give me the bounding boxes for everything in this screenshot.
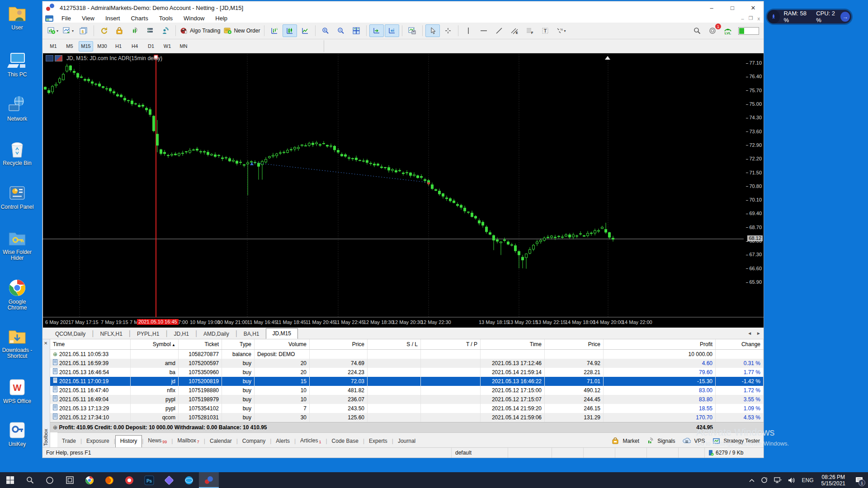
- history-row-jd-1075200819[interactable]: 2021.05.11 17:00:19jd1075200819buy1572.0…: [50, 377, 764, 386]
- column-header-profit[interactable]: Profit: [604, 339, 716, 349]
- desktop-icon-google-chrome[interactable]: Google Chrome: [0, 278, 34, 311]
- column-header-s-l[interactable]: S / L: [368, 339, 421, 349]
- chart-tab-ba-h1[interactable]: BA,H1: [237, 329, 266, 339]
- menu-tools[interactable]: Tools: [154, 14, 178, 23]
- timeframe-m1[interactable]: M1: [46, 41, 61, 52]
- boost-arrow-icon[interactable]: →: [840, 12, 850, 22]
- menu-insert[interactable]: Insert: [100, 14, 126, 23]
- vertical-line-button[interactable]: [461, 24, 476, 37]
- column-header-ticket[interactable]: Ticket: [179, 339, 222, 349]
- hidden-icons-chevron[interactable]: [749, 479, 755, 482]
- column-header-volume[interactable]: Volume: [255, 339, 310, 349]
- column-header-time[interactable]: Time: [481, 339, 545, 349]
- network-tray-icon[interactable]: [774, 477, 782, 483]
- bottom-tab-history[interactable]: History: [115, 435, 142, 448]
- maximize-button[interactable]: □: [722, 1, 743, 14]
- terminal-button[interactable]: [143, 24, 157, 37]
- taskbar-clock[interactable]: 08:26 PM 5/15/2021: [821, 474, 845, 487]
- arrows-button[interactable]: %▾: [553, 24, 568, 37]
- history-row-pypl-1075198979[interactable]: 2021.05.11 16:49:04pypl1075198979buy1023…: [50, 395, 764, 404]
- line-chart-button[interactable]: [298, 24, 312, 37]
- toolbox-close-icon[interactable]: ✕: [44, 341, 47, 346]
- fibonacci-button[interactable]: F: [523, 24, 537, 37]
- desktop-icon-downloads-shortcut[interactable]: Downloads - Shortcut: [0, 326, 34, 359]
- column-header-type[interactable]: Type: [222, 339, 255, 349]
- timeframe-m30[interactable]: M30: [95, 41, 109, 52]
- bottom-tab-mailbox[interactable]: Mailbox7: [173, 435, 203, 446]
- new-chart-button[interactable]: ▾: [46, 24, 60, 37]
- onedrive-ring-icon[interactable]: [761, 477, 768, 483]
- taskbar-app-mt5[interactable]: [199, 472, 219, 488]
- tabs-scroll-right-icon[interactable]: ►: [756, 331, 761, 336]
- history-table-header[interactable]: TimeSymbol ▲TicketTypeVolumePriceS / LT …: [50, 339, 764, 350]
- text-label-button[interactable]: T: [538, 24, 552, 37]
- chart-tab-pypl-h1[interactable]: PYPL,H1: [131, 329, 165, 339]
- notifications-icon[interactable]: 1: [705, 24, 720, 37]
- bottom-tab-experts[interactable]: Experts: [364, 436, 392, 446]
- cortana-icon[interactable]: [40, 472, 60, 488]
- bottom-tab-news[interactable]: News99: [143, 435, 171, 446]
- zoom-in-button[interactable]: [318, 24, 333, 37]
- cursor-button[interactable]: [425, 24, 440, 37]
- taskbar-app-photoshop[interactable]: Ps: [139, 472, 159, 488]
- refresh-button[interactable]: [97, 24, 111, 37]
- chart-tab-nflx-h1[interactable]: NFLX,H1: [94, 329, 129, 339]
- task-view-icon[interactable]: [60, 472, 80, 488]
- profiles-button[interactable]: ▾: [61, 24, 75, 37]
- desktop-icon-recycle-bin[interactable]: Recycle Bin: [0, 139, 34, 166]
- chart-tab-jd-h1[interactable]: JD,H1: [168, 329, 195, 339]
- chart-tab-amd-daily[interactable]: AMD,Daily: [197, 329, 236, 339]
- menu-file[interactable]: File: [56, 14, 76, 23]
- chart-tab-qcom-daily[interactable]: QCOM,Daily: [49, 329, 92, 339]
- bottom-tab-company[interactable]: Company: [238, 436, 270, 446]
- taskbar-app-firefox[interactable]: [99, 472, 119, 488]
- tabs-scroll-left-icon[interactable]: ◄: [747, 331, 752, 336]
- child-window-controls[interactable]: – ❐ x: [737, 15, 760, 21]
- timeframe-h4[interactable]: H4: [127, 41, 142, 52]
- bottom-tab-exposure[interactable]: Exposure: [82, 436, 114, 446]
- vps-button[interactable]: VPS: [683, 438, 705, 444]
- column-header-change[interactable]: Change: [716, 339, 764, 349]
- column-header-time[interactable]: Time: [50, 339, 131, 349]
- bottom-tab-journal[interactable]: Journal: [393, 436, 420, 446]
- history-row-pypl-1075354102[interactable]: 2021.05.13 17:13:29pypl1075354102buy7243…: [50, 404, 764, 413]
- quotes-button[interactable]: [127, 24, 142, 37]
- history-row-ba-1075350960[interactable]: 2021.05.13 16:46:54ba1075350960buy20224.…: [50, 368, 764, 377]
- close-button[interactable]: ✕: [743, 1, 764, 14]
- taskbar-app-blue-browser[interactable]: [179, 472, 199, 488]
- desktop-icon-this-pc[interactable]: This PC: [0, 51, 34, 78]
- column-header-price[interactable]: Price: [545, 339, 604, 349]
- equidistant-channel-button[interactable]: E: [507, 24, 522, 37]
- bottom-tab-trade[interactable]: Trade: [57, 436, 80, 446]
- templates-button[interactable]: [405, 24, 420, 37]
- data-window-button[interactable]: $: [76, 24, 91, 37]
- new-order-button[interactable]: New Order: [222, 24, 261, 37]
- history-row-amd-1075200597[interactable]: 2021.05.11 16:59:39amd1075200597buy2074.…: [50, 359, 764, 368]
- crosshair-button[interactable]: [441, 24, 455, 37]
- column-header-price[interactable]: Price: [310, 339, 368, 349]
- taskbar-app-red-app[interactable]: [119, 472, 139, 488]
- market-watch-button[interactable]: [112, 24, 127, 37]
- bottom-tab-calendar[interactable]: Calendar: [205, 436, 236, 446]
- taskbar-search-icon[interactable]: [20, 472, 40, 488]
- chart-shift-button[interactable]: [385, 24, 399, 37]
- bottom-tab-code-base[interactable]: Code Base: [327, 436, 363, 446]
- desktop-icon-control-panel[interactable]: Control Panel: [0, 183, 34, 210]
- column-header-symbol[interactable]: Symbol ▲: [131, 339, 179, 349]
- algo-trading-button[interactable]: Algo Trading: [179, 24, 222, 37]
- desktop-icon-network[interactable]: Network: [0, 95, 34, 122]
- menu-charts[interactable]: Charts: [125, 14, 153, 23]
- history-row-qcom-1075281031[interactable]: 2021.05.12 17:34:10qcom1075281031buy3012…: [50, 413, 764, 422]
- price-chart[interactable]: JD, M15: JD.com Inc ADR(15min delay) 77.…: [43, 53, 764, 328]
- column-header-t-p[interactable]: T / P: [421, 339, 481, 349]
- minimize-button[interactable]: –: [701, 1, 722, 14]
- signals-button[interactable]: Signals: [646, 437, 675, 444]
- search-icon[interactable]: [690, 24, 704, 37]
- desktop-icon-unikey[interactable]: UniKey: [0, 420, 34, 447]
- profile-indicator[interactable]: default: [452, 448, 508, 458]
- candlestick-button[interactable]: [283, 24, 297, 37]
- system-monitor-widget[interactable]: RAM: 58 % CPU: 2 % →: [767, 10, 851, 23]
- timeframe-w1[interactable]: W1: [160, 41, 175, 52]
- taskbar-app-chrome[interactable]: [80, 472, 99, 488]
- history-row-nflx-1075198880[interactable]: 2021.05.11 16:47:40nflx1075198880buy1048…: [50, 386, 764, 395]
